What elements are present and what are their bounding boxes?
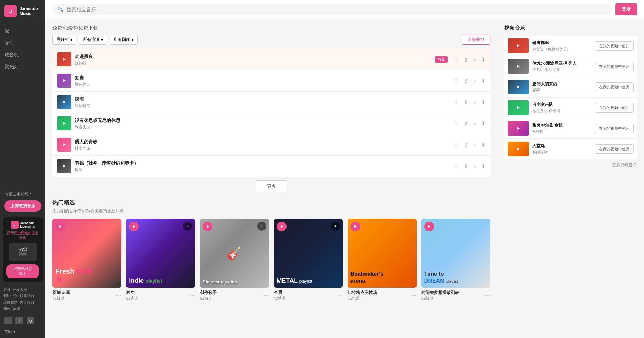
share-icon[interactable]: ⇪ <box>464 163 468 170</box>
track-row[interactable]: 独自 颜色输出 ♡ ⇪ ♪ ⬇ <box>52 70 490 92</box>
track-list: 走进黑夜 旋转线 特色 ♡ ⇪ ♪ ⬇ <box>52 49 490 177</box>
more-videos-button[interactable]: 更多视频音乐 <box>504 162 637 168</box>
track-row[interactable]: 深海 阿尼特克 ♡ ⇪ ♪ ⬇ <box>52 92 490 113</box>
add-to-playlist-icon[interactable]: ♪ <box>473 78 476 84</box>
center-column: 免费流媒体/免费下载 最好的 ▾ 所有流派 ▾ 所有国家 ▾ 全部播放 <box>45 19 497 338</box>
download-icon[interactable]: ⬇ <box>481 56 485 63</box>
sidebar-item-home[interactable]: 家 <box>0 25 45 37</box>
like-icon[interactable]: ♡ <box>454 78 459 84</box>
use-in-video-button[interactable]: 在我的视频中使用 <box>595 124 634 133</box>
like-icon[interactable]: ♡ <box>454 142 459 148</box>
footer-link-help[interactable]: 帮助中心 <box>3 293 17 299</box>
more-tracks-button[interactable]: 更多 <box>256 180 287 192</box>
playlist-play-button[interactable] <box>55 222 65 231</box>
playlist-card[interactable]: Beatmaker'sarena 比特梅克竞技场 65轨道 ⋯ <box>348 219 417 301</box>
playlist-more-icon[interactable]: ⋯ <box>485 292 490 299</box>
playlist-card[interactable]: J METAL playlist 金属 42轨道 ⋯ <box>274 219 343 301</box>
filter-country[interactable]: 所有国家 ▾ <box>110 35 138 45</box>
video-title: 更伟大的东西 <box>532 81 592 87</box>
sidebar-item-explore[interactable]: 探讨 <box>0 37 45 49</box>
track-row[interactable]: 没有休息或无尽的休息 利索失夫 ♡ ⇪ ♪ ⬇ <box>52 113 490 134</box>
track-thumbnail <box>57 95 71 109</box>
share-icon[interactable]: ⇪ <box>464 78 468 84</box>
playlist-play-button[interactable] <box>277 222 287 231</box>
playlist-more-icon[interactable]: ⋯ <box>263 292 269 299</box>
playlist-more-icon[interactable]: ⋯ <box>411 292 417 299</box>
playlist-more-icon[interactable]: ⋯ <box>116 292 121 299</box>
track-row[interactable]: 走进黑夜 旋转线 特色 ♡ ⇪ ♪ ⬇ <box>52 49 490 70</box>
playlist-play-button[interactable] <box>129 222 139 231</box>
download-icon[interactable]: ⬇ <box>481 78 485 84</box>
track-row[interactable]: 老钱（壮举，翡翠砂砾和奥卡） 标签 ♡ ⇪ ♪ ⬇ <box>52 156 490 177</box>
track-artist: 阿尼特克 <box>75 103 450 108</box>
use-in-video-button[interactable]: 在我的视频中使用 <box>595 62 634 71</box>
like-icon[interactable]: ♡ <box>454 99 459 106</box>
video-title: 幽灵华尔兹·全长 <box>532 122 592 128</box>
playlist-play-button[interactable] <box>424 222 434 231</box>
share-icon[interactable]: ⇪ <box>464 99 468 106</box>
add-to-playlist-icon[interactable]: ♪ <box>473 120 476 127</box>
filter-best[interactable]: 最好的 ▾ <box>52 35 76 45</box>
sidebar-language[interactable]: 英语 ▾ <box>0 327 45 338</box>
video-item[interactable]: 恶魔拖车 声音边（免版税音乐） 在我的视频中使用 <box>504 36 637 56</box>
instagram-icon[interactable]: ig <box>27 317 34 324</box>
playlist-card[interactable]: 🎸 J Singersongwriter 创作歌手 <box>200 219 269 301</box>
video-item[interactable]: 自由突击队 格雷戈尔·卢卡梅 在我的视频中使用 <box>504 98 637 118</box>
playlist-card[interactable]: Fresh NEW ✕ 新鲜 & 新 71轨道 ⋯ <box>52 219 121 301</box>
video-artist: 伊戈尔·潘波尼亚 <box>532 67 592 72</box>
use-in-video-button[interactable]: 在我的视频中使用 <box>595 82 634 92</box>
upload-music-button[interactable]: 上传您的音乐 <box>4 200 41 212</box>
share-icon[interactable]: ⇪ <box>464 56 468 63</box>
login-button[interactable]: 登录 <box>615 3 637 15</box>
playlist-tracks: 52轨道 <box>200 296 217 301</box>
download-icon[interactable]: ⬇ <box>481 142 485 148</box>
footer-link-jobs[interactable]: 职位 <box>3 305 10 312</box>
footer-link-dev[interactable]: 开发人员 <box>13 287 27 293</box>
add-to-playlist-icon[interactable]: ♪ <box>473 142 476 148</box>
video-item[interactable]: 更伟大的东西 硬死 在我的视频中使用 <box>504 77 637 98</box>
playlist-card[interactable]: Time toDREAM playlist 时间去梦想播放列表 59轨道 ⋯ <box>421 219 490 301</box>
sidebar-item-spotlight[interactable]: 聚光灯 <box>0 61 45 73</box>
footer-link-app[interactable]: 应用程序 <box>3 299 17 305</box>
track-info: 老钱（壮举，翡翠砂砾和奥卡） 标签 <box>75 160 450 172</box>
video-thumbnail <box>508 38 529 53</box>
share-icon[interactable]: ⇪ <box>464 120 468 127</box>
playlists-title: 热门精选 <box>52 199 490 207</box>
facebook-icon[interactable]: f <box>4 317 12 324</box>
use-in-video-button[interactable]: 在我的视频中使用 <box>595 144 634 154</box>
track-row[interactable]: 诱人的青春 社交广场 ♡ ⇪ ♪ ⬇ <box>52 134 490 156</box>
play-all-button[interactable]: 全部播放 <box>462 35 490 45</box>
licensing-logo: J Jamendo Licensing <box>6 221 39 229</box>
playlist-card[interactable]: J Indie playlist 独立 52轨道 ⋯ <box>126 219 195 301</box>
like-icon[interactable]: ♡ <box>454 120 459 127</box>
playlist-more-icon[interactable]: ⋯ <box>337 292 343 299</box>
footer-link-about[interactable]: 关于我们 <box>20 299 34 305</box>
share-icon[interactable]: ⇪ <box>464 142 468 148</box>
playlist-cover: Fresh NEW ✕ <box>52 219 121 288</box>
download-icon[interactable]: ⬇ <box>481 163 485 170</box>
like-icon[interactable]: ♡ <box>454 56 459 63</box>
licensing-start-button[interactable]: 现在就开始吧！ <box>6 264 39 278</box>
use-in-video-button[interactable]: 在我的视频中使用 <box>595 41 634 51</box>
add-to-playlist-icon[interactable]: ♪ <box>473 99 476 105</box>
sidebar: J Jamendo Music 家 探讨 收音机 聚光灯 你是艺术家吗？ 上传您… <box>0 0 45 338</box>
footer-link-license[interactable]: 许可 <box>3 287 10 293</box>
video-item[interactable]: 幽灵华尔兹·全长 松树园 在我的视频中使用 <box>504 118 637 139</box>
like-icon[interactable]: ♡ <box>454 163 459 170</box>
sidebar-item-radio[interactable]: 收音机 <box>0 49 45 61</box>
add-to-playlist-icon[interactable]: ♪ <box>473 163 476 169</box>
add-to-playlist-icon[interactable]: ♪ <box>473 56 476 63</box>
download-icon[interactable]: ⬇ <box>481 99 485 106</box>
filter-genre[interactable]: 所有流派 ▾ <box>79 35 107 45</box>
use-in-video-button[interactable]: 在我的视频中使用 <box>595 103 634 113</box>
download-icon[interactable]: ⬇ <box>481 120 485 127</box>
playlist-play-button[interactable] <box>350 222 360 231</box>
twitter-icon[interactable]: t <box>15 317 23 324</box>
chevron-down-icon: ▾ <box>13 330 15 334</box>
footer-link-legal[interactable]: 法律 <box>13 305 20 312</box>
video-item[interactable]: 伊戈尔·潘波尼亚·月亮人 伊戈尔·潘波尼亚 在我的视频中使用 <box>504 56 637 77</box>
video-item[interactable]: 天堂鸟 赛姆福伊 在我的视频中使用 <box>504 139 637 159</box>
search-input[interactable] <box>67 7 607 12</box>
footer-link-contact[interactable]: 联系我们 <box>20 293 34 299</box>
playlist-more-icon[interactable]: ⋯ <box>189 292 195 299</box>
